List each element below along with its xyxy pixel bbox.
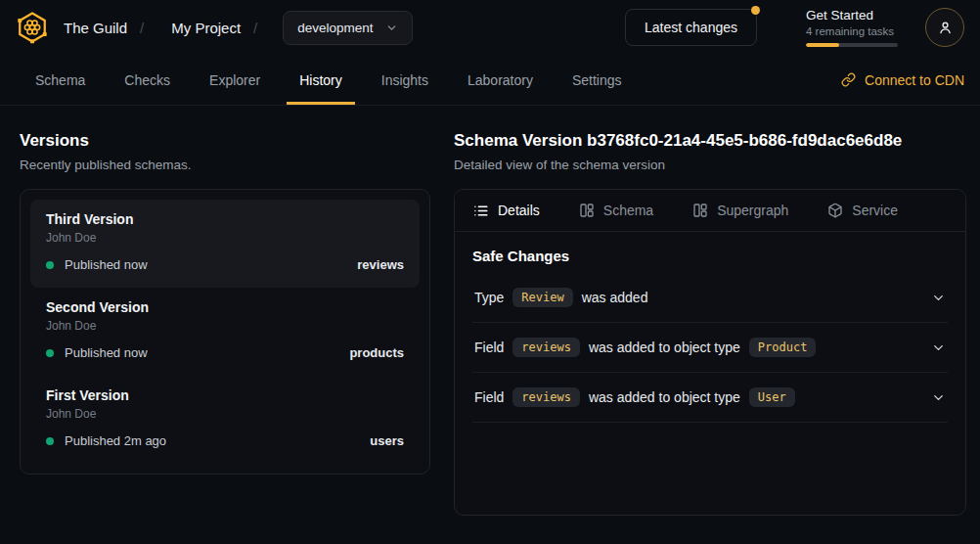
chevron-down-icon bbox=[385, 22, 398, 34]
change-text: was added to object type bbox=[589, 389, 740, 405]
change-row[interactable]: TypeReviewwas added bbox=[472, 273, 948, 323]
get-started-progressbar bbox=[806, 43, 898, 47]
guild-logo-icon[interactable] bbox=[16, 11, 49, 44]
detail-tab-label: Details bbox=[498, 203, 540, 218]
safe-changes-title: Safe Changes bbox=[472, 248, 948, 264]
change-badge: Product bbox=[749, 338, 817, 357]
changes-list: TypeReviewwas addedFieldreviewswas added… bbox=[472, 273, 948, 423]
breadcrumb-separator: / bbox=[140, 20, 144, 36]
published-dot-icon bbox=[46, 437, 54, 445]
breadcrumb-org[interactable]: The Guild bbox=[64, 20, 127, 36]
version-status-row: Published nowreviews bbox=[46, 257, 404, 272]
version-list-item[interactable]: Second VersionJohn DoePublished nowprodu… bbox=[30, 288, 420, 376]
version-status-text: Published now bbox=[65, 345, 148, 360]
change-text: was added bbox=[582, 290, 648, 305]
avatar[interactable] bbox=[925, 8, 964, 47]
nav-tabs: SchemaChecksExplorerHistoryInsightsLabor… bbox=[16, 55, 642, 105]
change-badge: reviews bbox=[512, 387, 580, 407]
detail-tab-label: Supergraph bbox=[717, 203, 788, 218]
versions-title: Versions bbox=[20, 131, 430, 151]
version-title: First Version bbox=[46, 387, 404, 403]
schema-version-panel: Schema Version b3768fc0-21a4-45e5-b686-f… bbox=[454, 131, 966, 516]
columns-icon bbox=[692, 203, 708, 218]
change-text: was added to object type bbox=[589, 340, 740, 355]
latest-changes-label: Latest changes bbox=[645, 20, 737, 35]
version-list-item[interactable]: Third VersionJohn DoePublished nowreview… bbox=[30, 200, 420, 288]
nav-tab-explorer[interactable]: Explorer bbox=[190, 55, 280, 105]
version-author: John Doe bbox=[46, 319, 404, 333]
version-list-item[interactable]: First VersionJohn DoePublished 2m agouse… bbox=[30, 376, 420, 464]
detail-tab-label: Service bbox=[852, 203, 898, 218]
connect-to-cdn-button[interactable]: Connect to CDN bbox=[841, 55, 964, 105]
nav-tab-history[interactable]: History bbox=[280, 55, 362, 105]
nav-tab-schema[interactable]: Schema bbox=[16, 55, 105, 105]
version-status-row: Published nowproducts bbox=[46, 345, 404, 360]
detail-body: Safe Changes TypeReviewwas addedFieldrev… bbox=[455, 232, 965, 423]
nav-tab-insights[interactable]: Insights bbox=[362, 55, 448, 105]
target-selector[interactable]: development bbox=[283, 11, 412, 45]
connect-to-cdn-label: Connect to CDN bbox=[865, 72, 964, 88]
notification-dot bbox=[751, 6, 760, 15]
version-status-text: Published 2m ago bbox=[65, 433, 166, 448]
target-nav: SchemaChecksExplorerHistoryInsightsLabor… bbox=[0, 55, 980, 106]
top-bar: The Guild / My Project / development Lat… bbox=[0, 0, 980, 55]
schema-version-subtitle: Detailed view of the schema version bbox=[454, 158, 966, 172]
published-dot-icon bbox=[46, 261, 54, 269]
change-text: Type bbox=[474, 290, 504, 305]
change-badge: Review bbox=[512, 288, 572, 307]
columns-icon bbox=[579, 203, 595, 218]
nav-tab-laboratory[interactable]: Laboratory bbox=[448, 55, 553, 105]
chevron-down-icon bbox=[931, 390, 946, 405]
breadcrumb-separator: / bbox=[253, 20, 257, 36]
user-icon bbox=[937, 20, 954, 36]
get-started-widget[interactable]: Get Started 4 remaining tasks bbox=[806, 8, 900, 47]
get-started-subtitle: 4 remaining tasks bbox=[806, 25, 900, 37]
detail-tabs: DetailsSchemaSupergraphService bbox=[455, 190, 965, 232]
version-title: Second Version bbox=[46, 299, 404, 315]
get-started-progress-fill bbox=[806, 43, 839, 47]
schema-version-title: Schema Version b3768fc0-21a4-45e5-b686-f… bbox=[454, 131, 966, 151]
change-text: Field bbox=[474, 389, 504, 405]
version-service-name: products bbox=[349, 345, 404, 360]
version-service-name: reviews bbox=[357, 257, 404, 272]
versions-list: Third VersionJohn DoePublished nowreview… bbox=[20, 189, 430, 475]
version-title: Third Version bbox=[46, 211, 404, 227]
nav-tab-settings[interactable]: Settings bbox=[553, 55, 642, 105]
version-service-name: users bbox=[370, 433, 404, 448]
version-status-row: Published 2m agousers bbox=[46, 433, 404, 448]
breadcrumb-project[interactable]: My Project bbox=[171, 20, 241, 36]
change-badge: User bbox=[749, 387, 795, 407]
chevron-down-icon bbox=[931, 340, 946, 355]
detail-tab-schema[interactable]: Schema bbox=[579, 203, 653, 218]
version-author: John Doe bbox=[46, 407, 404, 421]
link-icon bbox=[841, 72, 856, 87]
detail-tab-supergraph[interactable]: Supergraph bbox=[692, 203, 788, 218]
nav-tab-checks[interactable]: Checks bbox=[105, 55, 190, 105]
get-started-title: Get Started bbox=[806, 8, 900, 23]
version-author: John Doe bbox=[46, 231, 404, 245]
schema-version-card: DetailsSchemaSupergraphService Safe Chan… bbox=[454, 189, 966, 516]
main-content: Versions Recently published schemas. Thi… bbox=[0, 106, 980, 516]
latest-changes-button[interactable]: Latest changes bbox=[625, 9, 757, 46]
versions-panel: Versions Recently published schemas. Thi… bbox=[20, 131, 430, 516]
list-icon bbox=[472, 203, 489, 219]
version-status-text: Published now bbox=[65, 257, 148, 272]
change-badge: reviews bbox=[512, 338, 580, 357]
change-text: Field bbox=[474, 340, 504, 355]
detail-tab-label: Schema bbox=[603, 203, 653, 218]
change-row[interactable]: Fieldreviewswas added to object typeProd… bbox=[472, 323, 948, 373]
cube-icon bbox=[827, 203, 843, 218]
versions-subtitle: Recently published schemas. bbox=[20, 158, 430, 172]
detail-tab-details[interactable]: Details bbox=[472, 203, 540, 219]
target-selector-value: development bbox=[297, 21, 373, 35]
chevron-down-icon bbox=[931, 291, 946, 305]
change-row[interactable]: Fieldreviewswas added to object typeUser bbox=[472, 373, 948, 423]
detail-tab-service[interactable]: Service bbox=[827, 203, 898, 218]
published-dot-icon bbox=[46, 349, 54, 357]
